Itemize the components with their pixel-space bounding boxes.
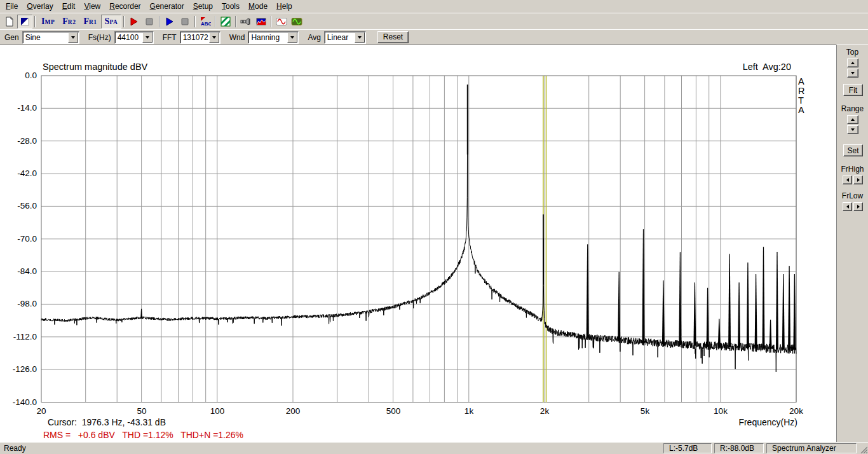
- fft-select[interactable]: 131072: [180, 31, 220, 44]
- y-tick-label: -98.0: [0, 299, 37, 308]
- reset-button[interactable]: Reset: [377, 31, 409, 43]
- y-tick-label: -28.0: [0, 136, 37, 146]
- range-up-button[interactable]: [847, 115, 858, 124]
- stop-icon: [144, 17, 154, 27]
- stop-icon: [180, 17, 190, 27]
- gen-label: Gen: [4, 33, 19, 42]
- right-control-panel: Top Fit Range Set FrHigh FrLow: [836, 45, 868, 442]
- time-record-icon: [20, 17, 30, 27]
- toolbar-separator: [215, 16, 216, 27]
- imp-mode-button[interactable]: IMP: [37, 15, 58, 29]
- dropdown-arrow-icon[interactable]: [355, 32, 365, 43]
- controls-bar: Gen Sine Fs(Hz) 44100 FFT 131072 Wnd Han…: [0, 29, 868, 45]
- menu-edit[interactable]: Edit: [58, 1, 80, 13]
- menubar: File Overlay Edit View Recorder Generato…: [0, 0, 868, 13]
- menu-recorder[interactable]: Recorder: [105, 1, 145, 13]
- frhigh-left-button[interactable]: [843, 175, 852, 184]
- dropdown-arrow-icon[interactable]: [209, 32, 219, 43]
- range-down-button[interactable]: [847, 125, 858, 134]
- signal-generator-button[interactable]: [274, 15, 289, 29]
- menu-file[interactable]: File: [1, 1, 22, 13]
- record-button[interactable]: [126, 15, 142, 29]
- x-tick-label: 5k: [641, 406, 649, 416]
- fr1-mode-button[interactable]: FR1: [79, 15, 100, 29]
- dropdown-arrow-icon[interactable]: [287, 32, 297, 43]
- menu-overlay[interactable]: Overlay: [22, 1, 57, 13]
- record-play-icon: [129, 17, 139, 27]
- main-area: Spectrum magnitude dBV Left Avg:20 ARTA …: [0, 45, 868, 442]
- y-tick-label: -56.0: [0, 201, 37, 210]
- fr2-mode-button[interactable]: FR2: [58, 15, 79, 29]
- fs-select[interactable]: 44100: [114, 31, 154, 44]
- calibrate-button[interactable]: ABC: [198, 15, 213, 29]
- x-tick-label: 20k: [789, 406, 803, 416]
- resize-grip[interactable]: [859, 445, 867, 453]
- frlow-label: FrLow: [837, 191, 868, 200]
- frlow-right-button[interactable]: [853, 202, 863, 211]
- dropdown-arrow-icon[interactable]: [68, 32, 78, 43]
- x-tick-label: 20: [36, 406, 46, 416]
- play-icon: [165, 17, 175, 27]
- right-arrow-icon: [857, 178, 860, 182]
- up-arrow-icon: [851, 118, 855, 121]
- menu-help[interactable]: Help: [272, 1, 297, 13]
- new-file-button[interactable]: [2, 15, 17, 29]
- menu-generator[interactable]: Generator: [146, 1, 189, 13]
- up-arrow-icon: [851, 62, 855, 64]
- imp-icon: IMP: [39, 17, 57, 26]
- y-tick-label: -14.0: [0, 103, 37, 113]
- top-label: Top: [837, 48, 868, 57]
- time-record-button[interactable]: [17, 15, 32, 29]
- menu-tools[interactable]: Tools: [217, 1, 244, 13]
- mode-indicator: Spectrum Analyzer: [766, 443, 857, 453]
- fft-value: 131072: [180, 33, 209, 42]
- play-stop-button[interactable]: [177, 15, 193, 29]
- down-arrow-icon: [851, 72, 855, 74]
- top-down-button[interactable]: [847, 69, 858, 78]
- avg-label: Avg: [308, 33, 320, 42]
- play-button[interactable]: [162, 15, 177, 29]
- dropdown-arrow-icon[interactable]: [142, 32, 153, 43]
- right-level-indicator: R:-88.0dB: [714, 443, 764, 453]
- menu-setup[interactable]: Setup: [189, 1, 217, 13]
- abc-check-icon: ABC: [200, 17, 211, 27]
- y-tick-label: -70.0: [0, 234, 37, 244]
- x-tick-label: 200: [286, 406, 301, 416]
- fs-value: 44100: [115, 33, 142, 42]
- top-up-button[interactable]: [847, 58, 858, 67]
- level-meter-button[interactable]: [254, 15, 269, 29]
- avg-select[interactable]: Linear: [324, 31, 366, 44]
- toolbar-separator: [34, 16, 36, 27]
- menu-mode[interactable]: Mode: [244, 1, 272, 13]
- cursor-readout: Cursor: 1976.3 Hz, -43.31 dB: [48, 417, 166, 427]
- record-stop-button[interactable]: [142, 15, 157, 29]
- wnd-select[interactable]: Hanning: [248, 31, 299, 44]
- menu-view[interactable]: View: [79, 1, 105, 13]
- new-document-icon: [4, 17, 15, 27]
- gen-value: Sine: [23, 33, 68, 42]
- frhigh-right-button[interactable]: [853, 175, 863, 184]
- oscilloscope-button[interactable]: [289, 15, 304, 29]
- level-meter-icon: [256, 17, 266, 27]
- svg-text:ABC: ABC: [201, 21, 211, 27]
- status-text: Ready: [0, 444, 26, 453]
- y-tick-label: -140.0: [0, 397, 37, 407]
- x-axis-label: Frequency(Hz): [738, 417, 797, 427]
- y-tick-label: -84.0: [0, 266, 37, 276]
- fs-label: Fs(Hz): [88, 33, 111, 42]
- y-tick-label: 0.0: [0, 71, 37, 80]
- fr1-icon: FR1: [81, 17, 98, 26]
- status-bar: Ready L:-5.7dB R:-88.0dB Spectrum Analyz…: [0, 442, 868, 454]
- toolbar-separator: [271, 16, 272, 27]
- fit-button[interactable]: Fit: [843, 84, 863, 96]
- spectrum-plot[interactable]: [0, 45, 836, 443]
- probe-button[interactable]: [238, 15, 254, 29]
- x-tick-label: 2k: [540, 406, 549, 416]
- toolbar-separator: [159, 16, 160, 27]
- green-stripes-icon: [220, 17, 231, 27]
- spa-mode-button[interactable]: SPA: [101, 15, 122, 29]
- set-button[interactable]: Set: [843, 144, 863, 156]
- noise-button[interactable]: [218, 15, 233, 29]
- frlow-left-button[interactable]: [843, 202, 852, 211]
- gen-select[interactable]: Sine: [22, 31, 79, 44]
